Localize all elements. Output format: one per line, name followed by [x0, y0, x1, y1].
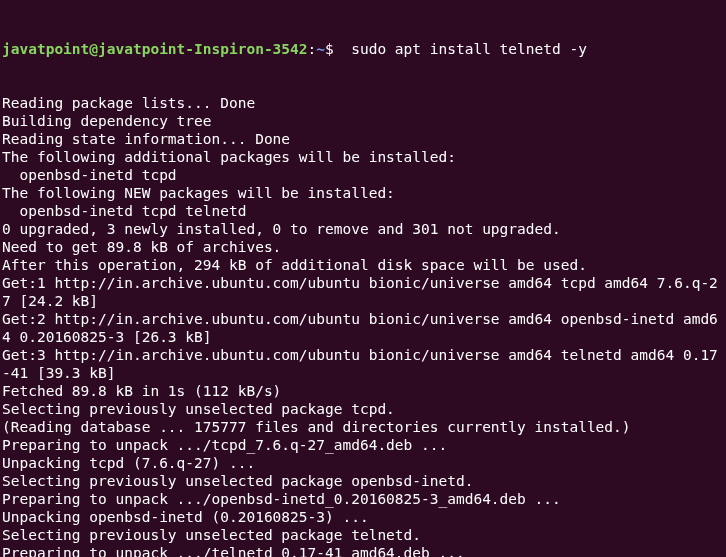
output-line: Unpacking openbsd-inetd (0.20160825-3) .… — [2, 508, 724, 526]
output-line: Get:1 http://in.archive.ubuntu.com/ubunt… — [2, 274, 724, 310]
output-line: Selecting previously unselected package … — [2, 400, 724, 418]
prompt-user-host: javatpoint@javatpoint-Inspiron-3542 — [2, 41, 308, 57]
output-line: Get:2 http://in.archive.ubuntu.com/ubunt… — [2, 310, 724, 346]
output-line: Unpacking tcpd (7.6.q-27) ... — [2, 454, 724, 472]
output-line: Reading state information... Done — [2, 130, 724, 148]
output-line: After this operation, 294 kB of addition… — [2, 256, 724, 274]
terminal-output: Reading package lists... DoneBuilding de… — [2, 94, 724, 557]
prompt-dollar: $ — [325, 41, 334, 57]
output-line: Building dependency tree — [2, 112, 724, 130]
output-line: Selecting previously unselected package … — [2, 526, 724, 544]
terminal-window[interactable]: javatpoint@javatpoint-Inspiron-3542:~$ s… — [0, 0, 726, 557]
output-line: Need to get 89.8 kB of archives. — [2, 238, 724, 256]
output-line: Fetched 89.8 kB in 1s (112 kB/s) — [2, 382, 724, 400]
output-line: (Reading database ... 175777 files and d… — [2, 418, 724, 436]
output-line: Preparing to unpack .../openbsd-inetd_0.… — [2, 490, 724, 508]
output-line: Selecting previously unselected package … — [2, 472, 724, 490]
output-line: openbsd-inetd tcpd — [2, 166, 724, 184]
prompt-colon: : — [308, 41, 317, 57]
output-line: Preparing to unpack .../telnetd_0.17-41_… — [2, 544, 724, 557]
output-line: The following NEW packages will be insta… — [2, 184, 724, 202]
output-line: Reading package lists... Done — [2, 94, 724, 112]
output-line: Get:3 http://in.archive.ubuntu.com/ubunt… — [2, 346, 724, 382]
output-line: openbsd-inetd tcpd telnetd — [2, 202, 724, 220]
prompt-path: ~ — [316, 41, 325, 57]
output-line: The following additional packages will b… — [2, 148, 724, 166]
output-line: 0 upgraded, 3 newly installed, 0 to remo… — [2, 220, 724, 238]
output-line: Preparing to unpack .../tcpd_7.6.q-27_am… — [2, 436, 724, 454]
prompt-line: javatpoint@javatpoint-Inspiron-3542:~$ s… — [2, 40, 724, 58]
command-text: sudo apt install telnetd -y — [334, 41, 587, 57]
